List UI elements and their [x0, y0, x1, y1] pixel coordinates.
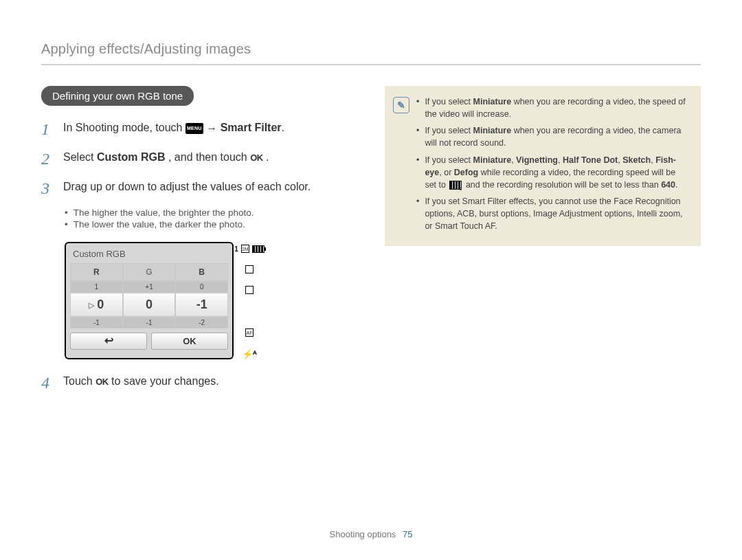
- cam-row-selected: 0 0 -1: [70, 293, 228, 317]
- bullet-icon: [65, 219, 68, 229]
- step1-pre: In Shooting mode, touch: [63, 122, 186, 133]
- step2-period: .: [266, 151, 269, 163]
- note1-pre: If you select: [425, 97, 473, 107]
- bullet-icon: [416, 124, 419, 149]
- note1-bold: Miniature: [473, 97, 512, 107]
- cam-val: -2: [175, 317, 228, 328]
- arrow-icon: →: [206, 122, 217, 134]
- footer-section: Shooting options: [330, 529, 396, 539]
- camera-screenshot: Custom RGB R G B 1 +1 0 0: [65, 242, 357, 359]
- cam-val: 0: [175, 281, 228, 293]
- section-pill: Defining your own RGB tone: [41, 86, 194, 106]
- battery-icon: [252, 245, 265, 253]
- step-4: 4 Touch OK to save your changes.: [41, 373, 357, 393]
- cam-side-icons: 1 1M AF ⚡ᴬ: [242, 242, 257, 359]
- cam-val: +1: [123, 281, 176, 293]
- cam-side-top: 1 1M: [234, 245, 265, 253]
- page: Applying effects/Adjusting images Defini…: [0, 0, 742, 560]
- af-icon: AF: [245, 328, 254, 337]
- step-number: 1: [41, 120, 54, 139]
- step2-mid: , and then touch: [168, 151, 250, 163]
- cam-head-g: G: [123, 263, 176, 281]
- note4-text: If you set Smart Filter effects, you can…: [425, 195, 688, 232]
- cam-grid: R G B 1 +1 0 0 0 -1: [70, 263, 228, 328]
- bullet-icon: [416, 154, 419, 191]
- note-item: If you select Miniature when you are rec…: [416, 96, 688, 120]
- step-body: Drag up or down to adjust the values of …: [63, 179, 311, 195]
- note-box: ✎ If you select Miniature when you are r…: [385, 86, 701, 246]
- cam-val-main: 0: [123, 293, 176, 317]
- step-number: 2: [41, 149, 54, 169]
- step4-post: to save your changes.: [111, 375, 219, 387]
- cam-head-b: B: [175, 263, 228, 281]
- step2-bold: Custom RGB: [97, 151, 166, 163]
- step-3: 3 Drag up or down to adjust the values o…: [41, 179, 357, 199]
- cam-row-above: 1 +1 0: [70, 281, 228, 293]
- cam-val-main: -1: [175, 293, 228, 317]
- note-item: If you set Smart Filter effects, you can…: [416, 195, 688, 232]
- step3-sub2: The lower the value, the darker the phot…: [74, 219, 245, 229]
- ok-icon: OK: [95, 375, 109, 389]
- page-title: Applying effects/Adjusting images: [41, 41, 701, 65]
- right-column: ✎ If you select Miniature when you are r…: [385, 86, 701, 403]
- step-body: Select Custom RGB , and then touch OK .: [63, 149, 269, 166]
- cam-side-one: 1: [234, 245, 238, 253]
- menu-icon: MENU: [186, 123, 203, 134]
- step3-sub1: The higher the value, the brighter the p…: [74, 208, 254, 218]
- note-item: If you select Miniature when you are rec…: [416, 124, 688, 149]
- rec-speed-icon: [449, 181, 462, 190]
- step-2: 2 Select Custom RGB , and then touch OK …: [41, 149, 357, 169]
- cam-row-below: -1 -1 -2: [70, 317, 228, 328]
- flash-icon: ⚡ᴬ: [242, 349, 257, 359]
- mode-icon: [245, 286, 254, 294]
- step-number: 3: [41, 179, 54, 199]
- cam-ok-button: OK: [151, 333, 228, 350]
- ok-icon: OK: [250, 151, 263, 165]
- step4-pre: Touch: [63, 375, 95, 387]
- note3-pre: If you select: [425, 155, 473, 165]
- step1-period: .: [282, 122, 284, 133]
- left-column: Defining your own RGB tone 1 In Shooting…: [41, 86, 357, 403]
- note-list: If you select Miniature when you are rec…: [416, 96, 688, 236]
- cam-head-row: R G B: [70, 263, 228, 281]
- cam-back-button: ↩: [70, 333, 147, 350]
- camera-lcd: Custom RGB R G B 1 +1 0 0: [65, 242, 234, 359]
- bullet-icon: [65, 208, 68, 218]
- step-number: 4: [41, 373, 54, 393]
- size-icon: 1M: [241, 245, 249, 253]
- content-columns: Defining your own RGB tone 1 In Shooting…: [41, 86, 701, 403]
- cam-val: -1: [123, 317, 176, 328]
- step1-bold: Smart Filter: [221, 122, 282, 133]
- note2-bold: Miniature: [473, 126, 512, 135]
- page-footer: Shooting options 75: [0, 529, 742, 539]
- cam-buttons: ↩ OK: [70, 333, 228, 350]
- step2-pre: Select: [63, 151, 97, 163]
- cam-val-main: 0: [70, 293, 123, 317]
- bullet-icon: [416, 96, 419, 120]
- cam-val: 1: [70, 281, 123, 293]
- step-3-sub: The higher the value, the brighter the p…: [65, 208, 357, 229]
- note-icon: ✎: [393, 97, 409, 113]
- note-item: If you select Miniature, Vignetting, Hal…: [416, 154, 688, 191]
- cam-val: -1: [70, 317, 123, 328]
- note2-pre: If you select: [425, 126, 473, 135]
- step-body: In Shooting mode, touch MENU → Smart Fil…: [63, 120, 284, 137]
- mode-icon: [245, 265, 254, 273]
- cam-head-r: R: [70, 263, 123, 281]
- bullet-icon: [416, 195, 419, 232]
- step-body: Touch OK to save your changes.: [63, 373, 219, 390]
- cam-title: Custom RGB: [70, 247, 228, 263]
- footer-page-number: 75: [403, 529, 412, 539]
- step-1: 1 In Shooting mode, touch MENU → Smart F…: [41, 120, 357, 139]
